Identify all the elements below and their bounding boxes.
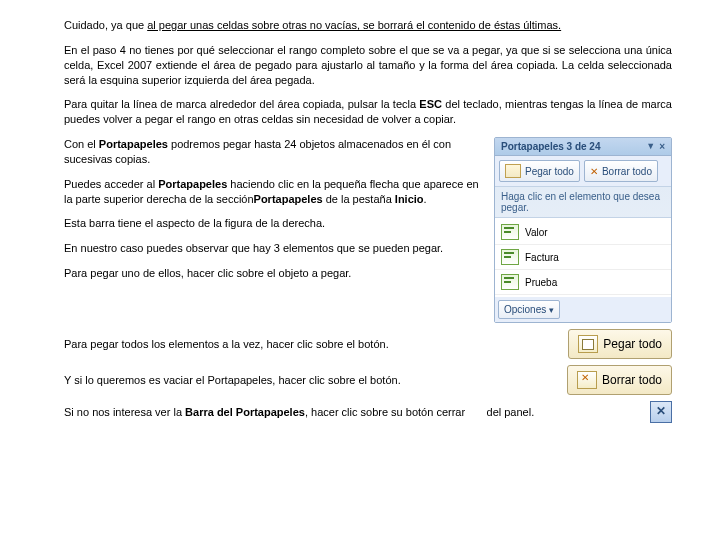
clear-icon: ✕ — [590, 166, 598, 177]
chevron-down-icon: ▾ — [549, 305, 554, 315]
options-button[interactable]: Opciones▾ — [498, 300, 560, 319]
close-panel-text: Si no nos interesa ver la Barra del Port… — [64, 405, 642, 420]
paste-all-big-button[interactable]: Pegar todo — [568, 329, 672, 359]
warning-paragraph: Cuidado, ya que al pegar unas celdas sob… — [64, 18, 672, 33]
paste-icon — [505, 164, 521, 178]
clipboard-item[interactable]: Valor — [495, 220, 671, 245]
paste-all-button[interactable]: Pegar todo — [499, 160, 580, 182]
clear-icon — [577, 371, 597, 389]
paste-all-text: Para pegar todos los elementos a la vez,… — [64, 337, 560, 352]
clipboard-explanation: Con el Portapapeles podremos pegar hasta… — [64, 137, 486, 323]
clipboard-item[interactable]: Factura — [495, 245, 671, 270]
step4-paragraph: En el paso 4 no tienes por qué seleccion… — [64, 43, 672, 88]
chevron-down-icon[interactable]: ▼ — [646, 141, 655, 152]
panel-title: Portapapeles 3 de 24 — [501, 141, 601, 152]
excel-icon — [501, 274, 519, 290]
panel-header: Portapapeles 3 de 24 ▼× — [495, 138, 671, 156]
esc-paragraph: Para quitar la línea de marca alrededor … — [64, 97, 672, 127]
close-box-icon[interactable]: ✕ — [650, 401, 672, 423]
panel-hint: Haga clic en el elemento que desea pegar… — [495, 187, 671, 218]
clipboard-item[interactable]: Prueba — [495, 270, 671, 295]
paste-icon — [578, 335, 598, 353]
clear-all-text: Y si lo queremos es vaciar el Portapapel… — [64, 373, 559, 388]
close-icon[interactable]: × — [659, 141, 665, 152]
excel-icon — [501, 249, 519, 265]
clipboard-panel: Portapapeles 3 de 24 ▼× Pegar todo ✕Borr… — [494, 137, 672, 323]
clear-all-button[interactable]: ✕Borrar todo — [584, 160, 658, 182]
excel-icon — [501, 224, 519, 240]
clear-all-big-button[interactable]: Borrar todo — [567, 365, 672, 395]
